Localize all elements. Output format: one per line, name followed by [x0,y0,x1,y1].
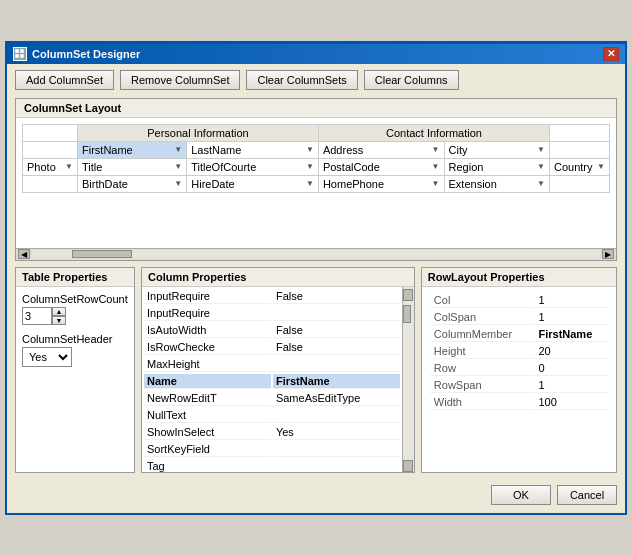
scroll-down-button[interactable] [403,460,413,472]
firstname-cell[interactable]: FirstName ▼ [82,144,182,156]
svg-rect-0 [15,49,19,53]
chevron-down-icon: ▼ [432,179,440,188]
svg-rect-1 [20,49,24,53]
lastname-cell[interactable]: LastName ▼ [191,144,314,156]
chevron-down-icon: ▼ [537,162,545,171]
scroll-up-button[interactable] [403,289,413,301]
group2-header: Contact Information [318,124,549,141]
clear-columnsets-button[interactable]: Clear ColumnSets [246,70,357,90]
region-cell[interactable]: Region ▼ [449,161,545,173]
country-cell[interactable]: Country ▼ [554,161,605,173]
table-row: ColumnMember FirstName [430,327,608,342]
layout-grid: Personal Information Contact Information… [22,124,610,193]
scroll-right-button[interactable]: ▶ [602,249,614,259]
col-props-table: InputRequire False InputRequire IsAutoWi… [142,287,402,472]
table-row: ColSpan 1 [430,310,608,325]
row-count-label: ColumnSetRowCount [22,293,128,305]
window-icon [13,47,27,61]
table-row: RowSpan 1 [430,378,608,393]
table-row: Tag [144,459,400,472]
rowlayout-properties-panel: RowLayout Properties Col 1 ColSpan 1 [421,267,617,473]
column-properties-panel: Column Properties InputRequire False Inp… [141,267,415,473]
chevron-down-icon: ▼ [432,145,440,154]
col-props-scrollbar[interactable] [402,287,414,472]
titleofcourte-cell[interactable]: TitleOfCourte ▼ [191,161,314,173]
layout-section-title: ColumnSet Layout [16,99,616,118]
table-row: Row 0 [430,361,608,376]
add-columnset-button[interactable]: Add ColumnSet [15,70,114,90]
spin-buttons: ▲ ▼ [52,307,66,325]
table-properties-title: Table Properties [16,268,134,287]
row-count-spinbox: ▲ ▼ [22,307,128,325]
chevron-down-icon: ▼ [174,145,182,154]
header-select[interactable]: Yes No [22,347,72,367]
spin-down-button[interactable]: ▼ [52,316,66,325]
svg-rect-2 [15,54,19,58]
title-bar: ColumnSet Designer ✕ [7,44,625,64]
bottom-panels: Table Properties ColumnSetRowCount ▲ ▼ C… [15,267,617,473]
window-title: ColumnSet Designer [32,48,140,60]
clear-columns-button[interactable]: Clear Columns [364,70,459,90]
ok-button[interactable]: OK [491,485,551,505]
row-count-input[interactable] [22,307,52,325]
close-button[interactable]: ✕ [603,47,619,61]
table-row: IsRowChecke False [144,340,400,355]
city-cell[interactable]: City ▼ [449,144,545,156]
remove-columnset-button[interactable]: Remove ColumnSet [120,70,240,90]
table-row: InputRequire [144,306,400,321]
table-row: NewRowEditT SameAsEditType [144,391,400,406]
birthdate-cell[interactable]: BirthDate ▼ [82,178,182,190]
rowlayout-properties-title: RowLayout Properties [422,268,616,287]
group1-header: Personal Information [78,124,319,141]
scrollbar-thumb[interactable] [72,250,132,258]
chevron-down-icon: ▼ [174,162,182,171]
address-cell[interactable]: Address ▼ [323,144,440,156]
table-row: SortKeyField [144,442,400,457]
chevron-down-icon: ▼ [597,162,605,171]
chevron-down-icon: ▼ [306,162,314,171]
extension-cell[interactable]: Extension ▼ [449,178,545,190]
scroll-left-button[interactable]: ◀ [18,249,30,259]
svg-rect-3 [20,54,24,58]
table-row-name[interactable]: Name FirstName [144,374,400,389]
chevron-down-icon: ▼ [432,162,440,171]
table-row: MaxHeight [144,357,400,372]
table-row: Width 100 [430,395,608,410]
chevron-down-icon: ▼ [174,179,182,188]
horizontal-scrollbar[interactable]: ◀ ▶ [16,248,616,260]
toolbar: Add ColumnSet Remove ColumnSet Clear Col… [15,70,617,90]
table-row: Col 1 [430,293,608,308]
hiredate-cell[interactable]: HireDate ▼ [191,178,314,190]
title-cell[interactable]: Title ▼ [82,161,182,173]
table-row: Height 20 [430,344,608,359]
header-label: ColumnSetHeader [22,333,128,345]
table-row: NullText [144,408,400,423]
cancel-button[interactable]: Cancel [557,485,617,505]
vscrollbar-thumb[interactable] [403,305,411,323]
table-row: IsAutoWidth False [144,323,400,338]
homephone-cell[interactable]: HomePhone ▼ [323,178,440,190]
chevron-down-icon: ▼ [537,145,545,154]
layout-section: ColumnSet Layout Personal Information Co… [15,98,617,261]
table-row: ShowInSelect Yes [144,425,400,440]
main-window: ColumnSet Designer ✕ Add ColumnSet Remov… [5,41,627,515]
rowlayout-props-table: Col 1 ColSpan 1 ColumnMember FirstName [428,291,610,412]
footer: OK Cancel [15,481,617,507]
col-props-scroll-area[interactable]: InputRequire False InputRequire IsAutoWi… [142,287,402,472]
chevron-down-icon: ▼ [306,179,314,188]
photo-cell[interactable]: Photo ▼ [27,161,73,173]
table-properties-panel: Table Properties ColumnSetRowCount ▲ ▼ C… [15,267,135,473]
table-row: InputRequire False [144,289,400,304]
chevron-down-icon: ▼ [306,145,314,154]
postalcode-cell[interactable]: PostalCode ▼ [323,161,440,173]
header-select-container: Yes No [22,347,128,367]
chevron-down-icon: ▼ [537,179,545,188]
col-props-body: InputRequire False InputRequire IsAutoWi… [142,287,414,472]
column-properties-title: Column Properties [142,268,414,287]
chevron-down-icon: ▼ [65,162,73,171]
spin-up-button[interactable]: ▲ [52,307,66,316]
